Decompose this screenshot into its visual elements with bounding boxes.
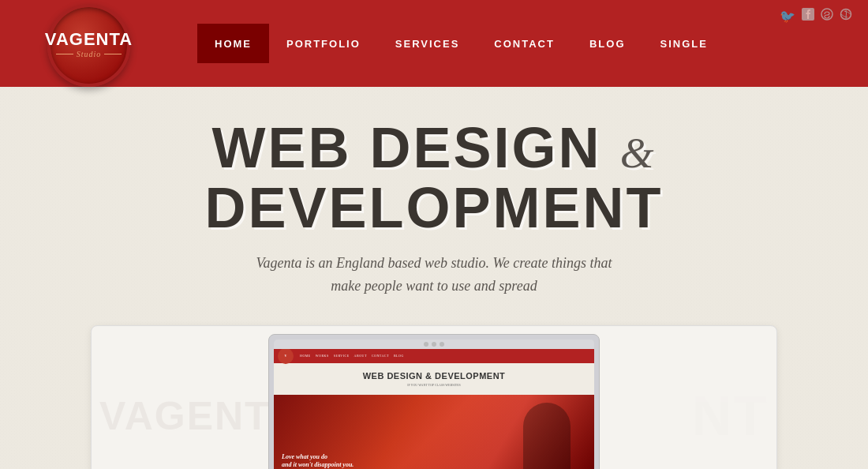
mini-nav-service: SERVICE <box>334 354 350 358</box>
nav-portfolio[interactable]: PORTFOLIO <box>269 24 378 63</box>
hero-section: WEB DESIGN & DEVELOPMENT Vagenta is an E… <box>0 87 868 313</box>
skype-icon[interactable] <box>821 8 833 24</box>
hero-title: WEB DESIGN & DEVELOPMENT <box>16 118 852 238</box>
twitter-icon[interactable]: 🐦 <box>780 9 795 24</box>
mini-logo: V <box>278 349 294 364</box>
preview-card: VAGENTA NT V HOME WO <box>91 325 777 469</box>
mini-nav-home: HOME <box>300 354 311 358</box>
mini-hero-title: WEB DESIGN & DEVELOPMENT <box>282 371 586 381</box>
mini-image-section: Love what you do and it won't disappoint… <box>274 395 594 469</box>
preview-bg-text-right: NT <box>692 385 769 448</box>
logo-name: VAGENTA <box>45 31 133 48</box>
laptop-screen: V HOME WORKS SERVICE ABOUT CONTACT BLOG … <box>274 349 594 469</box>
social-icons-bar: 🐦 <box>780 8 852 24</box>
nav-home[interactable]: HOME <box>197 24 269 63</box>
mini-nav-works: WORKS <box>316 354 329 358</box>
logo-divider: Studio <box>56 50 122 58</box>
laptop-dot-3 <box>440 342 444 347</box>
mini-site-header: V HOME WORKS SERVICE ABOUT CONTACT BLOG <box>274 349 594 363</box>
hero-title-part2: DEVELOPMENT <box>204 176 663 239</box>
nav-blog[interactable]: BLOG <box>572 24 643 63</box>
mini-nav-contact: CONTACT <box>372 354 389 358</box>
mini-nav: HOME WORKS SERVICE ABOUT CONTACT BLOG <box>300 354 404 358</box>
mini-hero-section: WEB DESIGN & DEVELOPMENT IF YOU WANT TOP… <box>274 363 594 395</box>
laptop-dot-1 <box>424 342 428 347</box>
mini-nav-blog: BLOG <box>394 354 404 358</box>
nav-contact[interactable]: CONTACT <box>477 24 572 63</box>
facebook-icon[interactable] <box>802 8 814 24</box>
logo[interactable]: VAGENTA Studio <box>47 4 130 87</box>
mini-hero-subtitle: IF YOU WANT TOP CLASS WEBSITES <box>282 383 586 387</box>
main-nav: HOME PORTFOLIO SERVICES CONTACT BLOG SIN… <box>197 0 725 87</box>
laptop-dot-2 <box>432 342 436 347</box>
hero-title-part1: WEB DESIGN <box>212 116 602 179</box>
mini-nav-about: ABOUT <box>354 354 367 358</box>
logo-subtitle: Studio <box>77 50 102 58</box>
hero-ampersand: & <box>620 129 657 177</box>
laptop-mockup: V HOME WORKS SERVICE ABOUT CONTACT BLOG … <box>268 334 600 469</box>
site-header: 🐦 VAGENTA Studio HOME PORTFOLIO SERVICES… <box>0 0 868 87</box>
nav-services[interactable]: SERVICES <box>378 24 477 63</box>
hero-subtitle: Vagenta is an England based web studio. … <box>16 252 852 298</box>
laptop-top-bar <box>274 340 594 349</box>
mini-image-quote: Love what you do and it won't disappoint… <box>282 453 354 469</box>
dribbble-icon[interactable] <box>840 8 852 24</box>
nav-single[interactable]: SINGLE <box>643 24 725 63</box>
laptop-dots <box>424 342 444 347</box>
laptop-screen-outer: V HOME WORKS SERVICE ABOUT CONTACT BLOG … <box>268 334 600 469</box>
